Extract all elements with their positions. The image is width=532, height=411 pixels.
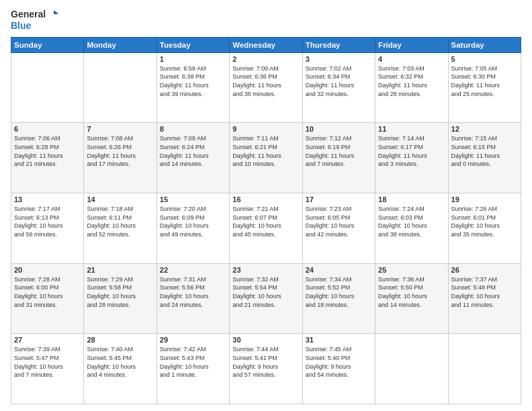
- day-number: 19: [451, 195, 518, 203]
- calendar-cell: [375, 334, 448, 404]
- day-info: Sunrise: 7:28 AM Sunset: 6:00 PM Dayligh…: [14, 275, 81, 309]
- day-number: 3: [306, 55, 372, 63]
- logo-blue: Blue: [11, 20, 31, 32]
- day-info: Sunrise: 7:37 AM Sunset: 5:48 PM Dayligh…: [451, 275, 518, 309]
- calendar-cell: [11, 52, 84, 123]
- calendar-cell: 25Sunrise: 7:36 AM Sunset: 5:50 PM Dayli…: [375, 263, 448, 334]
- calendar-cell: 29Sunrise: 7:42 AM Sunset: 5:43 PM Dayli…: [157, 334, 229, 404]
- calendar-cell: 23Sunrise: 7:32 AM Sunset: 5:54 PM Dayli…: [230, 263, 302, 334]
- calendar-cell: 22Sunrise: 7:31 AM Sunset: 5:56 PM Dayli…: [157, 263, 229, 334]
- day-number: 28: [87, 336, 153, 344]
- day-number: 11: [378, 125, 445, 133]
- day-info: Sunrise: 7:17 AM Sunset: 6:13 PM Dayligh…: [14, 205, 81, 238]
- calendar-cell: 14Sunrise: 7:18 AM Sunset: 6:11 PM Dayli…: [84, 193, 157, 264]
- calendar-cell: [84, 52, 157, 123]
- calendar-cell: 3Sunrise: 7:02 AM Sunset: 6:34 PM Daylig…: [302, 52, 375, 123]
- calendar-cell: 31Sunrise: 7:45 AM Sunset: 5:40 PM Dayli…: [302, 334, 375, 404]
- calendar-cell: 15Sunrise: 7:20 AM Sunset: 6:09 PM Dayli…: [157, 193, 229, 264]
- day-info: Sunrise: 7:09 AM Sunset: 6:24 PM Dayligh…: [160, 134, 226, 168]
- day-number: 23: [232, 266, 299, 274]
- day-info: Sunrise: 7:34 AM Sunset: 5:52 PM Dayligh…: [306, 275, 372, 309]
- day-info: Sunrise: 7:08 AM Sunset: 6:26 PM Dayligh…: [87, 134, 153, 168]
- calendar-cell: 20Sunrise: 7:28 AM Sunset: 6:00 PM Dayli…: [11, 263, 84, 334]
- week-row-2: 6Sunrise: 7:06 AM Sunset: 6:28 PM Daylig…: [11, 123, 521, 193]
- calendar-cell: 17Sunrise: 7:23 AM Sunset: 6:05 PM Dayli…: [302, 193, 375, 264]
- day-header-thursday: Thursday: [302, 37, 375, 52]
- header: General Blue: [11, 8, 521, 32]
- calendar-cell: 26Sunrise: 7:37 AM Sunset: 5:48 PM Dayli…: [448, 263, 521, 334]
- day-number: 31: [306, 336, 372, 344]
- calendar-cell: 6Sunrise: 7:06 AM Sunset: 6:28 PM Daylig…: [11, 123, 84, 193]
- logo: General Blue: [11, 8, 59, 32]
- day-info: Sunrise: 7:15 AM Sunset: 6:15 PM Dayligh…: [451, 134, 518, 168]
- day-number: 2: [232, 55, 299, 63]
- day-header-wednesday: Wednesday: [230, 37, 302, 52]
- day-info: Sunrise: 7:18 AM Sunset: 6:11 PM Dayligh…: [87, 205, 153, 238]
- day-header-saturday: Saturday: [448, 37, 521, 52]
- calendar-cell: 9Sunrise: 7:11 AM Sunset: 6:21 PM Daylig…: [230, 123, 302, 193]
- day-number: 26: [451, 266, 518, 274]
- calendar-table: SundayMondayTuesdayWednesdayThursdayFrid…: [11, 37, 521, 404]
- calendar-cell: [448, 334, 521, 404]
- calendar-cell: 24Sunrise: 7:34 AM Sunset: 5:52 PM Dayli…: [302, 263, 375, 334]
- day-number: 17: [306, 195, 372, 203]
- day-info: Sunrise: 7:11 AM Sunset: 6:21 PM Dayligh…: [232, 134, 299, 168]
- day-number: 29: [160, 336, 226, 344]
- day-info: Sunrise: 7:21 AM Sunset: 6:07 PM Dayligh…: [232, 205, 299, 238]
- calendar-cell: 12Sunrise: 7:15 AM Sunset: 6:15 PM Dayli…: [448, 123, 521, 193]
- logo-bird-icon: [47, 8, 59, 20]
- calendar-cell: 27Sunrise: 7:39 AM Sunset: 5:47 PM Dayli…: [11, 334, 84, 404]
- day-number: 15: [160, 195, 226, 203]
- day-info: Sunrise: 7:39 AM Sunset: 5:47 PM Dayligh…: [14, 345, 81, 379]
- day-info: Sunrise: 7:23 AM Sunset: 6:05 PM Dayligh…: [306, 205, 372, 238]
- week-row-3: 13Sunrise: 7:17 AM Sunset: 6:13 PM Dayli…: [11, 193, 521, 264]
- calendar-cell: 5Sunrise: 7:05 AM Sunset: 6:30 PM Daylig…: [448, 52, 521, 123]
- calendar-cell: 19Sunrise: 7:26 AM Sunset: 6:01 PM Dayli…: [448, 193, 521, 264]
- calendar-header-row: SundayMondayTuesdayWednesdayThursdayFrid…: [11, 37, 521, 52]
- calendar-cell: 7Sunrise: 7:08 AM Sunset: 6:26 PM Daylig…: [84, 123, 157, 193]
- week-row-5: 27Sunrise: 7:39 AM Sunset: 5:47 PM Dayli…: [11, 334, 521, 404]
- day-number: 1: [160, 55, 226, 63]
- day-number: 5: [451, 55, 518, 63]
- day-info: Sunrise: 6:59 AM Sunset: 6:38 PM Dayligh…: [160, 64, 226, 98]
- week-row-1: 1Sunrise: 6:59 AM Sunset: 6:38 PM Daylig…: [11, 52, 521, 123]
- day-number: 10: [306, 125, 372, 133]
- week-row-4: 20Sunrise: 7:28 AM Sunset: 6:00 PM Dayli…: [11, 263, 521, 334]
- calendar-cell: 13Sunrise: 7:17 AM Sunset: 6:13 PM Dayli…: [11, 193, 84, 264]
- day-number: 22: [160, 266, 226, 274]
- day-number: 25: [378, 266, 445, 274]
- day-number: 16: [232, 195, 299, 203]
- day-info: Sunrise: 7:12 AM Sunset: 6:19 PM Dayligh…: [306, 134, 372, 168]
- calendar-cell: 1Sunrise: 6:59 AM Sunset: 6:38 PM Daylig…: [157, 52, 229, 123]
- day-info: Sunrise: 7:05 AM Sunset: 6:30 PM Dayligh…: [451, 64, 518, 98]
- day-info: Sunrise: 7:14 AM Sunset: 6:17 PM Dayligh…: [378, 134, 445, 168]
- day-number: 9: [232, 125, 299, 133]
- day-number: 20: [14, 266, 81, 274]
- day-info: Sunrise: 7:42 AM Sunset: 5:43 PM Dayligh…: [160, 345, 226, 379]
- day-number: 4: [378, 55, 445, 63]
- calendar-cell: 10Sunrise: 7:12 AM Sunset: 6:19 PM Dayli…: [302, 123, 375, 193]
- day-info: Sunrise: 7:36 AM Sunset: 5:50 PM Dayligh…: [378, 275, 445, 309]
- day-number: 30: [232, 336, 299, 344]
- day-info: Sunrise: 7:02 AM Sunset: 6:34 PM Dayligh…: [306, 64, 372, 98]
- day-number: 13: [14, 195, 81, 203]
- day-header-sunday: Sunday: [11, 37, 84, 52]
- day-info: Sunrise: 7:45 AM Sunset: 5:40 PM Dayligh…: [306, 345, 372, 379]
- day-number: 7: [87, 125, 153, 133]
- calendar-cell: 21Sunrise: 7:29 AM Sunset: 5:58 PM Dayli…: [84, 263, 157, 334]
- calendar-cell: 8Sunrise: 7:09 AM Sunset: 6:24 PM Daylig…: [157, 123, 229, 193]
- day-info: Sunrise: 7:40 AM Sunset: 5:45 PM Dayligh…: [87, 345, 153, 379]
- day-info: Sunrise: 7:06 AM Sunset: 6:28 PM Dayligh…: [14, 134, 81, 168]
- day-number: 8: [160, 125, 226, 133]
- day-info: Sunrise: 7:31 AM Sunset: 5:56 PM Dayligh…: [160, 275, 226, 309]
- day-number: 24: [306, 266, 372, 274]
- day-info: Sunrise: 7:00 AM Sunset: 6:36 PM Dayligh…: [232, 64, 299, 98]
- day-number: 27: [14, 336, 81, 344]
- day-number: 21: [87, 266, 153, 274]
- calendar-cell: 30Sunrise: 7:44 AM Sunset: 5:41 PM Dayli…: [230, 334, 302, 404]
- calendar-cell: 28Sunrise: 7:40 AM Sunset: 5:45 PM Dayli…: [84, 334, 157, 404]
- day-number: 18: [378, 195, 445, 203]
- day-info: Sunrise: 7:26 AM Sunset: 6:01 PM Dayligh…: [451, 205, 518, 238]
- day-info: Sunrise: 7:32 AM Sunset: 5:54 PM Dayligh…: [232, 275, 299, 309]
- page: General Blue SundayMondayTuesdayWednesda…: [0, 0, 532, 411]
